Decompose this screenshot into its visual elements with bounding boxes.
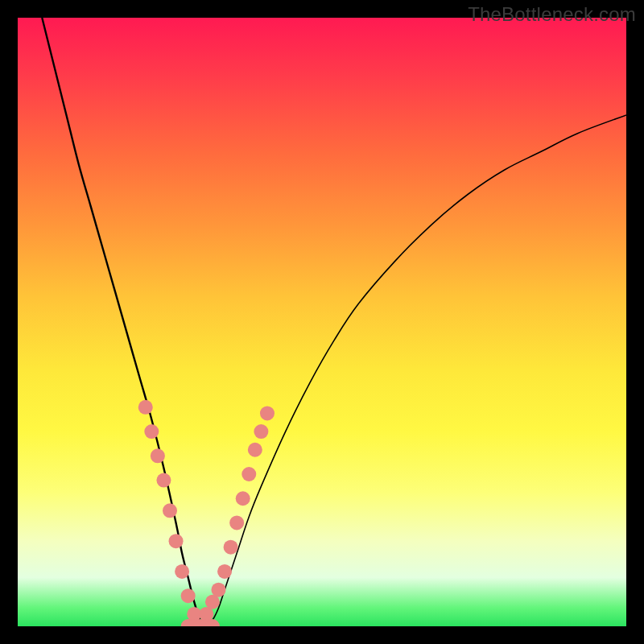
- right-markers-point: [211, 583, 225, 597]
- right-markers-point: [224, 540, 238, 555]
- watermark-text: TheBottleneck.com: [468, 3, 636, 26]
- right-markers-point: [236, 491, 250, 506]
- chart-svg: [18, 18, 626, 626]
- left-markers-point: [138, 400, 153, 415]
- left-markers-point: [181, 588, 196, 603]
- left-markers-point: [151, 448, 165, 463]
- chart-frame: TheBottleneck.com: [0, 0, 644, 644]
- right-markers-point: [229, 515, 244, 530]
- left-curve: [42, 18, 206, 626]
- marker-layer: [138, 400, 275, 626]
- plot-area: [18, 18, 626, 626]
- left-markers-point: [175, 564, 189, 579]
- left-markers-point: [163, 503, 177, 518]
- left-markers-point: [156, 473, 171, 488]
- right-markers-point: [254, 424, 268, 439]
- right-markers-point: [260, 406, 275, 420]
- right-curve: [206, 115, 626, 626]
- left-markers-point: [144, 424, 159, 439]
- line-layer: [42, 18, 626, 626]
- right-markers-point: [242, 467, 256, 481]
- right-markers-point: [248, 443, 262, 457]
- left-markers-point: [169, 534, 184, 548]
- right-markers-point: [217, 564, 232, 579]
